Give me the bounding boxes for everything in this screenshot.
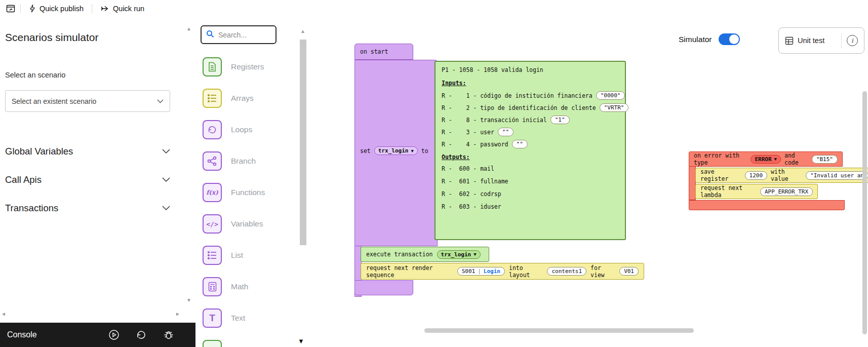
to-keyword: to	[421, 147, 428, 155]
toolbox-category-variables[interactable]: </> Variables	[203, 214, 299, 234]
rerun-loop-icon[interactable]	[136, 329, 147, 340]
chevron-down-icon	[162, 149, 170, 154]
block-toolbox: ▲ Registers Arrays	[198, 17, 308, 347]
error-type-dropdown[interactable]: ERROR ▼	[751, 155, 781, 164]
view-pill[interactable]: V01	[619, 267, 639, 276]
app-window-icon[interactable]	[6, 4, 15, 13]
category-label: Loops	[231, 125, 252, 134]
toolbox-category-branch[interactable]: Branch	[203, 151, 299, 171]
section-global-variables[interactable]: Global Variables	[5, 143, 170, 160]
category-label: Functions	[231, 188, 265, 197]
toolbox-more-chevron-icon[interactable]: ▼	[298, 337, 304, 345]
set-keyword: set	[360, 147, 371, 155]
grid-icon	[785, 36, 794, 45]
code-icon: </>	[203, 214, 222, 234]
play-icon[interactable]	[108, 329, 120, 340]
error-keyword-1: on error with type	[694, 152, 747, 166]
sequence-name-link[interactable]: Login	[484, 268, 500, 275]
panel-divider	[841, 33, 842, 48]
render-keyword-1: request next render sequence	[366, 264, 453, 279]
scroll-left-arrow[interactable]: ◄	[1, 312, 6, 317]
render-keyword-3: for view	[590, 264, 615, 279]
console-title: Console	[7, 330, 37, 339]
console-bar[interactable]: Console	[0, 323, 195, 347]
scenario-select-label: Select an scenario	[5, 71, 65, 79]
toolbox-scrollbar[interactable]	[300, 40, 306, 245]
p1-input-value-pill[interactable]: ""	[512, 140, 528, 148]
p1-output-row: R - 603 - iduser	[442, 203, 619, 210]
request-lambda-block[interactable]: request next lambda APP_ERROR_TRX	[695, 184, 818, 199]
dropdown-caret-icon: ▼	[774, 157, 777, 162]
p1-transaction-block[interactable]: P1 - 1058 - 1058 valida login Inputs: R …	[435, 61, 626, 240]
scenario-select-value: Select an existent scenario	[12, 97, 96, 105]
section-label: Transactions	[5, 203, 58, 214]
sequence-code: S001	[462, 268, 476, 275]
search-icon	[206, 30, 214, 40]
save-keyword-2: with value	[771, 168, 802, 182]
simulator-toggle-group: Simulator	[679, 33, 740, 45]
section-transactions[interactable]: Transactions	[5, 200, 170, 217]
p1-input-value-pill[interactable]: ""	[498, 128, 514, 136]
save-register-block[interactable]: save register 1200 with value "Invalid u…	[695, 168, 868, 183]
p1-input-row: R - 3 - user ""	[442, 128, 619, 136]
quick-run-button[interactable]: Quick run	[97, 5, 147, 13]
set-variable-block[interactable]: set trx_login ▼ to	[354, 60, 438, 246]
save-value-pill[interactable]: "Invalid user an	[806, 171, 868, 180]
toolbox-category-list[interactable]: List	[203, 245, 299, 265]
category-label: Branch	[231, 157, 256, 166]
blockly-workspace[interactable]: on start set trx_login ▼ to P1 - 1058 - …	[308, 17, 868, 347]
on-error-block[interactable]: on error with type ERROR ▼ and code "B15…	[689, 151, 843, 167]
quick-publish-button[interactable]: Quick publish	[26, 5, 87, 13]
category-label: List	[231, 251, 243, 260]
p1-output-row: R - 601 - fullname	[442, 178, 619, 185]
p1-input-value-pill[interactable]: "1"	[550, 115, 570, 124]
error-type: ERROR	[755, 156, 771, 163]
p1-input-value-pill[interactable]: "0000"	[596, 91, 625, 100]
debug-bug-icon[interactable]	[163, 329, 174, 340]
toolbox-category-arrays[interactable]: Arrays	[203, 88, 299, 108]
unit-test-panel: Unit test i	[778, 27, 864, 54]
scroll-right-arrow[interactable]: ►	[175, 312, 180, 317]
scenario-select[interactable]: Select an existent scenario	[5, 90, 170, 112]
toolbox-category-text[interactable]: T Text	[203, 308, 299, 328]
transaction-name: trx_login	[441, 251, 471, 258]
toolbox-category-math[interactable]: Math	[203, 277, 299, 297]
toolbox-category-functions[interactable]: f(x) Functions	[203, 182, 299, 203]
sequence-pill[interactable]: S001 | Login	[457, 267, 505, 276]
lambda-keyword: request next lambda	[700, 184, 757, 199]
toolbox-search[interactable]	[201, 25, 277, 44]
info-icon[interactable]: i	[847, 35, 858, 46]
section-label: Global Variables	[5, 146, 73, 157]
on-start-block-footer	[354, 280, 413, 295]
on-start-block[interactable]: on start	[354, 44, 413, 60]
p1-input-label: R - 2 - tipo de identificación de client…	[442, 104, 596, 111]
p1-input-label: R - 1 - código de institución financiera	[442, 92, 593, 99]
branch-icon	[203, 151, 222, 171]
partial-category-icon	[203, 340, 222, 347]
transaction-dropdown[interactable]: trx_login ▼	[437, 250, 481, 259]
register-pill[interactable]: 1200	[745, 171, 768, 180]
unit-test-button[interactable]: Unit test	[785, 36, 824, 45]
run-arrow-icon	[100, 5, 109, 12]
search-input[interactable]	[218, 31, 269, 39]
scroll-up-arrow[interactable]: ▲	[186, 26, 191, 31]
p1-title: P1 - 1058 - 1058 valida login	[442, 66, 619, 73]
toolbox-category-partial[interactable]	[203, 339, 299, 347]
simulator-label: Simulator	[679, 35, 712, 44]
quick-run-label: Quick run	[113, 5, 144, 13]
canvas-vertical-scrollbar[interactable]	[862, 91, 867, 334]
toolbox-scroll-up-arrow[interactable]: ▲	[300, 28, 305, 34]
p1-input-value-pill[interactable]: "VRTR"	[600, 103, 629, 112]
render-sequence-block[interactable]: request next render sequence S001 | Logi…	[361, 263, 644, 280]
layout-pill[interactable]: contents1	[547, 267, 586, 276]
lambda-pill[interactable]: APP_ERROR_TRX	[760, 187, 813, 196]
simulator-toggle[interactable]	[719, 33, 740, 45]
scroll-down-arrow[interactable]: ▼	[186, 298, 191, 303]
execute-transaction-block[interactable]: execute transaction trx_login ▼	[361, 247, 489, 262]
variable-dropdown[interactable]: trx_login ▼	[374, 146, 418, 155]
section-call-apis[interactable]: Call Apis	[5, 171, 170, 188]
error-code-pill[interactable]: "B15"	[812, 155, 838, 164]
toolbox-category-registers[interactable]: Registers	[203, 57, 299, 77]
toolbox-category-loops[interactable]: Loops	[203, 120, 299, 140]
canvas-horizontal-scrollbar[interactable]	[424, 328, 694, 333]
